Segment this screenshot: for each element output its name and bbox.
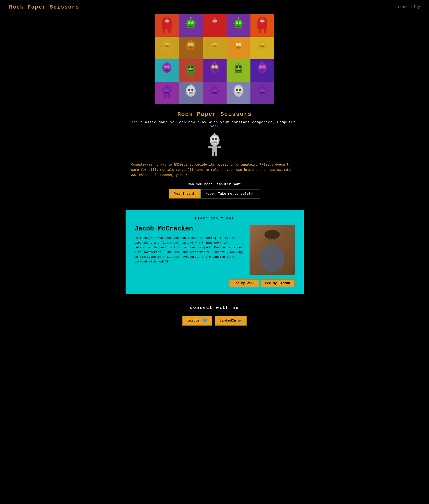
svg-rect-26 bbox=[233, 23, 235, 24]
svg-rect-63 bbox=[265, 45, 267, 45]
svg-rect-99 bbox=[166, 85, 168, 88]
grid-cell bbox=[203, 37, 227, 59]
svg-rect-127 bbox=[262, 85, 263, 88]
svg-point-147 bbox=[274, 238, 276, 240]
grid-cell bbox=[227, 59, 250, 82]
svg-point-2 bbox=[165, 19, 169, 23]
svg-rect-15 bbox=[210, 22, 220, 29]
svg-rect-113 bbox=[213, 92, 217, 94]
svg-point-80 bbox=[214, 65, 218, 69]
svg-rect-5 bbox=[168, 29, 171, 33]
svg-point-16 bbox=[212, 19, 217, 23]
svg-point-22 bbox=[239, 21, 241, 24]
nav-links: Home Play bbox=[398, 5, 420, 9]
connect-title: connect with me bbox=[0, 305, 429, 310]
grid-cell bbox=[227, 14, 250, 37]
svg-rect-141 bbox=[212, 152, 214, 156]
svg-rect-121 bbox=[236, 92, 241, 94]
game-title: Rock Paper Scissors bbox=[131, 111, 298, 118]
svg-rect-36 bbox=[165, 45, 169, 47]
svg-rect-138 bbox=[212, 146, 217, 152]
svg-rect-19 bbox=[216, 29, 218, 33]
about-buttons: See my work See my Github bbox=[134, 279, 295, 287]
grid-cell bbox=[250, 82, 274, 104]
twitter-label: twitter bbox=[187, 319, 202, 323]
svg-point-83 bbox=[214, 61, 215, 63]
svg-rect-102 bbox=[164, 94, 166, 98]
svg-rect-38 bbox=[162, 45, 164, 45]
nav-logo: Rock Paper Scissors bbox=[9, 4, 79, 10]
grid-cell bbox=[250, 59, 274, 82]
svg-rect-81 bbox=[213, 70, 217, 71]
svg-point-106 bbox=[188, 88, 190, 91]
svg-point-73 bbox=[191, 66, 193, 68]
svg-rect-61 bbox=[262, 40, 263, 42]
about-header: Learn about me! bbox=[134, 217, 295, 221]
svg-point-43 bbox=[188, 43, 191, 46]
svg-rect-41 bbox=[168, 49, 170, 53]
svg-rect-129 bbox=[266, 90, 268, 91]
no-button[interactable]: Nope! Take me to safety! bbox=[200, 189, 260, 199]
svg-rect-1 bbox=[162, 22, 172, 29]
about-text: Jacob McCracken Self taught developer wh… bbox=[134, 225, 243, 264]
svg-rect-100 bbox=[162, 90, 164, 91]
svg-rect-32 bbox=[259, 29, 261, 33]
svg-rect-88 bbox=[236, 70, 241, 71]
svg-rect-50 bbox=[214, 40, 215, 42]
grid-cell bbox=[155, 37, 179, 59]
svg-rect-108 bbox=[189, 92, 193, 94]
svg-rect-46 bbox=[190, 40, 191, 43]
svg-point-30 bbox=[260, 19, 265, 23]
svg-rect-75 bbox=[190, 63, 191, 65]
linkedin-button[interactable]: LinkedIn bbox=[214, 316, 247, 326]
svg-point-69 bbox=[166, 61, 168, 63]
grid-cell bbox=[227, 37, 250, 59]
svg-rect-60 bbox=[260, 45, 264, 47]
grid-cell bbox=[179, 59, 203, 82]
svg-rect-33 bbox=[264, 29, 266, 33]
about-photo bbox=[250, 225, 295, 275]
svg-point-107 bbox=[191, 88, 193, 91]
grid-cell bbox=[203, 14, 227, 37]
see-github-button[interactable]: See my Github bbox=[261, 279, 295, 287]
see-work-button[interactable]: See my work bbox=[229, 279, 259, 287]
photo-placeholder bbox=[250, 225, 295, 275]
action-buttons: Yes I can! Nope! Take me to safety! bbox=[131, 189, 298, 199]
svg-point-86 bbox=[236, 66, 238, 68]
twitter-button[interactable]: twitter bbox=[182, 316, 212, 326]
grid-cell bbox=[227, 82, 250, 104]
svg-point-146 bbox=[268, 238, 270, 240]
svg-point-7 bbox=[188, 21, 190, 24]
svg-rect-13 bbox=[195, 23, 196, 24]
grid-cell bbox=[179, 14, 203, 37]
grid-cell bbox=[179, 82, 203, 104]
nav-play[interactable]: Play bbox=[411, 5, 420, 9]
yes-button[interactable]: Yes I can! bbox=[169, 189, 200, 199]
svg-rect-67 bbox=[165, 70, 169, 71]
about-section: Learn about me! Jacob McCracken Self tau… bbox=[125, 210, 304, 294]
svg-rect-23 bbox=[236, 26, 241, 27]
svg-rect-114 bbox=[214, 85, 215, 88]
svg-rect-40 bbox=[164, 49, 166, 53]
svg-rect-18 bbox=[211, 29, 213, 33]
svg-rect-125 bbox=[260, 88, 265, 92]
svg-rect-27 bbox=[242, 23, 244, 24]
about-bio: Self taught developer who can't stop tin… bbox=[134, 236, 243, 264]
svg-rect-29 bbox=[258, 22, 267, 29]
computer-san-robot bbox=[206, 133, 224, 158]
connect-section: connect with me twitter LinkedIn bbox=[0, 305, 429, 339]
svg-rect-62 bbox=[258, 45, 259, 45]
nav-home[interactable]: Home bbox=[398, 5, 407, 9]
grid-cell bbox=[179, 37, 203, 59]
svg-rect-126 bbox=[260, 92, 264, 94]
grid-cell bbox=[155, 14, 179, 37]
svg-point-54 bbox=[236, 43, 239, 46]
svg-rect-140 bbox=[217, 147, 221, 148]
svg-point-55 bbox=[238, 43, 241, 46]
svg-rect-112 bbox=[212, 88, 217, 92]
hero-grid bbox=[155, 14, 274, 104]
svg-rect-93 bbox=[260, 70, 264, 71]
grid-cell bbox=[203, 82, 227, 104]
svg-point-17 bbox=[214, 17, 216, 20]
svg-rect-74 bbox=[189, 70, 193, 71]
